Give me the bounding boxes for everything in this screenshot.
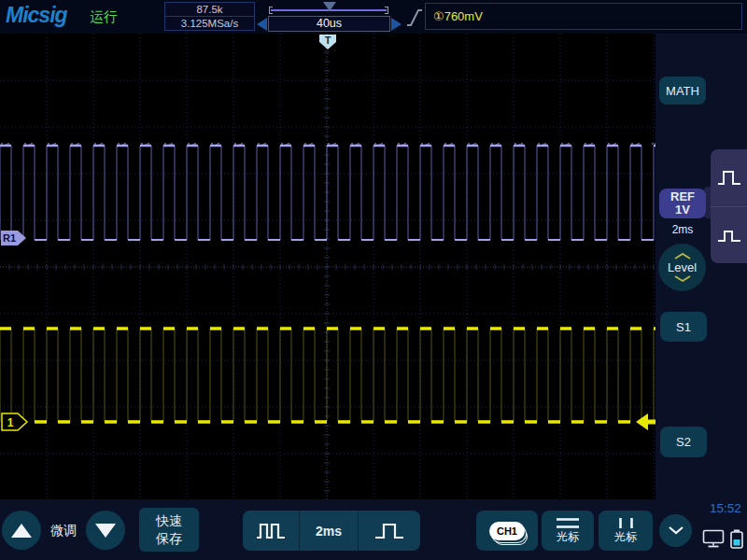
pulse-wide-icon	[717, 167, 741, 188]
single-pulse-icon	[374, 519, 405, 543]
chevron-up-icon	[673, 253, 692, 259]
timebase-increase-arrow[interactable]	[391, 18, 402, 31]
timebase-control-group: 2ms	[243, 511, 420, 551]
triangle-up-icon	[11, 524, 32, 538]
trigger-level-arrow[interactable]	[636, 413, 655, 430]
pulse-wide-button[interactable]	[711, 149, 747, 207]
top-status-bar: Micsig 运行 87.5k 3.125MSa/s 40us ①760mV	[0, 0, 747, 34]
pulse-narrow-icon	[717, 225, 741, 245]
triangle-down-icon	[95, 524, 116, 538]
fine-tune-down-button[interactable]	[86, 511, 125, 550]
vertical-cursor-button[interactable]: 光标	[599, 511, 653, 551]
vertical-cursors-icon	[612, 517, 640, 529]
timebase-value-button[interactable]: 2ms	[299, 511, 359, 551]
zoom-in-waveform-button[interactable]	[359, 511, 420, 551]
oscilloscope-app: Micsig 运行 87.5k 3.125MSa/s 40us ①760mV T…	[0, 0, 747, 560]
channel-select-button[interactable]: CH1	[476, 511, 538, 551]
brand-logo: Micsig	[6, 3, 67, 28]
ref-waveform-noise	[2, 143, 655, 145]
quick-save-button[interactable]: 快速 保存	[139, 508, 199, 552]
clock: 15:52	[710, 501, 741, 515]
run-status-label: 运行	[90, 8, 118, 26]
quick-save-line1: 快速	[156, 512, 182, 530]
pulse-narrow-button[interactable]	[711, 207, 747, 264]
fine-tune-up-button[interactable]	[2, 511, 41, 550]
zoom-out-waveform-button[interactable]	[243, 511, 299, 551]
memory-depth-value: 87.5k	[165, 3, 254, 16]
trigger-level-button[interactable]: Level	[658, 244, 706, 291]
trigger-slope-icon	[405, 7, 424, 29]
vertical-cursor-label: 光标	[614, 529, 637, 545]
s2-button[interactable]: S2	[660, 427, 707, 457]
battery-icon[interactable]	[729, 529, 744, 549]
ch1-waveform-edges	[0, 329, 654, 422]
level-label: Level	[668, 260, 697, 274]
ref-channel-marker-label: R1	[3, 232, 16, 244]
display-icon[interactable]	[702, 529, 726, 549]
trigger-level-readout[interactable]: ①760mV	[425, 3, 742, 30]
waveform-display[interactable]: TR11	[0, 34, 655, 499]
ref-scale: 1V	[675, 203, 690, 217]
ref-timebase-label: 2ms	[659, 223, 706, 236]
system-tray	[702, 529, 744, 549]
ref-channel-button[interactable]: REF 1V	[659, 189, 706, 218]
math-button[interactable]: MATH	[659, 77, 706, 105]
acquisition-readout[interactable]: 87.5k 3.125MSa/s	[164, 2, 255, 31]
fine-tune-label: 微调	[43, 523, 84, 539]
trigger-type-panel	[711, 149, 747, 263]
s1-button[interactable]: S1	[660, 312, 707, 342]
timebase-readout[interactable]: 40us	[268, 16, 390, 32]
ref-label: REF	[670, 190, 695, 203]
ref-waveform-edges	[0, 146, 654, 240]
timebase-decrease-arrow[interactable]	[257, 18, 267, 31]
chevron-down-icon	[668, 526, 684, 535]
scope-canvas[interactable]: TR11	[0, 34, 655, 499]
sample-rate-value: 3.125MSa/s	[165, 16, 254, 30]
pulse-train-icon	[255, 519, 287, 543]
collapse-menu-button[interactable]	[659, 514, 692, 547]
horizontal-cursor-button[interactable]: 光标	[542, 511, 594, 551]
ch1-badge: CH1	[489, 522, 525, 540]
ch1-ground-marker-label: 1	[7, 416, 14, 429]
quick-save-line2: 保存	[156, 530, 182, 548]
chevron-down-icon	[673, 275, 692, 282]
trigger-time-marker-label: T	[325, 35, 331, 46]
horizontal-cursors-icon	[554, 517, 582, 529]
timebase-overview-bar[interactable]	[269, 5, 388, 15]
horizontal-cursor-label: 光标	[557, 529, 579, 545]
trigger-position-marker[interactable]	[323, 2, 336, 11]
